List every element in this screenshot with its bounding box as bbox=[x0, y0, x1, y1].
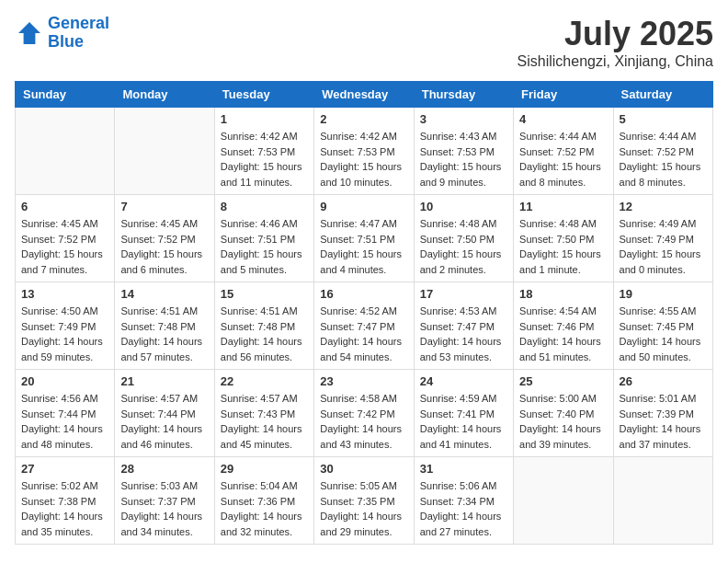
sunset: Sunset: 7:51 PM bbox=[221, 234, 295, 245]
calendar-cell: 17 Sunrise: 4:53 AM Sunset: 7:47 PM Dayl… bbox=[414, 282, 513, 370]
day-info: Sunrise: 4:59 AM Sunset: 7:41 PM Dayligh… bbox=[420, 391, 507, 452]
sunset: Sunset: 7:52 PM bbox=[120, 234, 195, 245]
day-info: Sunrise: 4:43 AM Sunset: 7:53 PM Dayligh… bbox=[420, 129, 507, 190]
day-number: 15 bbox=[221, 287, 308, 301]
sunrise: Sunrise: 4:44 AM bbox=[519, 131, 597, 142]
calendar-cell: 2 Sunrise: 4:42 AM Sunset: 7:53 PM Dayli… bbox=[314, 108, 414, 195]
sunset: Sunset: 7:42 PM bbox=[320, 408, 394, 419]
sunset: Sunset: 7:52 PM bbox=[620, 146, 694, 157]
day-number: 13 bbox=[21, 287, 108, 301]
sunset: Sunset: 7:35 PM bbox=[320, 496, 394, 507]
calendar-cell: 28 Sunrise: 5:03 AM Sunset: 7:37 PM Dayl… bbox=[115, 457, 214, 545]
sunrise: Sunrise: 5:06 AM bbox=[420, 480, 497, 491]
day-info: Sunrise: 4:42 AM Sunset: 7:53 PM Dayligh… bbox=[320, 129, 407, 190]
day-number: 2 bbox=[320, 112, 407, 126]
calendar-cell: 3 Sunrise: 4:43 AM Sunset: 7:53 PM Dayli… bbox=[414, 108, 513, 195]
day-info: Sunrise: 4:47 AM Sunset: 7:51 PM Dayligh… bbox=[320, 216, 407, 277]
sunrise: Sunrise: 4:51 AM bbox=[221, 305, 298, 316]
day-info: Sunrise: 4:51 AM Sunset: 7:48 PM Dayligh… bbox=[221, 304, 308, 364]
calendar-cell: 26 Sunrise: 5:01 AM Sunset: 7:39 PM Dayl… bbox=[613, 370, 712, 457]
sunrise: Sunrise: 4:58 AM bbox=[320, 393, 397, 404]
sunset: Sunset: 7:50 PM bbox=[519, 234, 594, 245]
sunrise: Sunrise: 4:51 AM bbox=[120, 305, 198, 316]
sunrise: Sunrise: 4:47 AM bbox=[320, 218, 397, 229]
day-info: Sunrise: 5:00 AM Sunset: 7:40 PM Dayligh… bbox=[519, 391, 607, 452]
daylight: Daylight: 14 hours and 34 minutes. bbox=[120, 511, 202, 537]
calendar-cell: 11 Sunrise: 4:48 AM Sunset: 7:50 PM Dayl… bbox=[514, 195, 613, 282]
calendar-cell: 13 Sunrise: 4:50 AM Sunset: 7:49 PM Dayl… bbox=[16, 282, 115, 370]
calendar-cell: 21 Sunrise: 4:57 AM Sunset: 7:44 PM Dayl… bbox=[115, 370, 214, 457]
daylight: Daylight: 14 hours and 59 minutes. bbox=[21, 336, 103, 362]
day-number: 29 bbox=[221, 462, 308, 476]
daylight: Daylight: 15 hours and 0 minutes. bbox=[620, 248, 701, 275]
calendar-cell: 18 Sunrise: 4:54 AM Sunset: 7:46 PM Dayl… bbox=[514, 282, 613, 370]
day-number: 7 bbox=[120, 200, 208, 213]
calendar-cell: 7 Sunrise: 4:45 AM Sunset: 7:52 PM Dayli… bbox=[115, 195, 214, 282]
day-number: 14 bbox=[120, 287, 208, 301]
sunrise: Sunrise: 4:56 AM bbox=[21, 393, 98, 404]
day-number: 11 bbox=[519, 200, 607, 213]
sunrise: Sunrise: 5:01 AM bbox=[620, 393, 697, 404]
logo: General Blue bbox=[15, 15, 109, 52]
day-info: Sunrise: 4:48 AM Sunset: 7:50 PM Dayligh… bbox=[519, 216, 607, 277]
calendar-cell: 23 Sunrise: 4:58 AM Sunset: 7:42 PM Dayl… bbox=[314, 370, 414, 457]
daylight: Daylight: 14 hours and 39 minutes. bbox=[519, 423, 601, 450]
day-info: Sunrise: 4:44 AM Sunset: 7:52 PM Dayligh… bbox=[620, 129, 707, 190]
title-block: July 2025 Sishilichengzi, Xinjiang, Chin… bbox=[518, 15, 713, 70]
day-number: 6 bbox=[21, 200, 108, 213]
daylight: Daylight: 14 hours and 56 minutes. bbox=[221, 336, 302, 362]
weekday-header-row: SundayMondayTuesdayWednesdayThursdayFrid… bbox=[16, 82, 713, 108]
day-info: Sunrise: 5:02 AM Sunset: 7:38 PM Dayligh… bbox=[21, 478, 108, 539]
sunrise: Sunrise: 4:46 AM bbox=[221, 218, 298, 229]
sunset: Sunset: 7:48 PM bbox=[120, 321, 195, 332]
day-info: Sunrise: 4:58 AM Sunset: 7:42 PM Dayligh… bbox=[320, 391, 407, 452]
day-number: 17 bbox=[420, 287, 507, 301]
day-info: Sunrise: 4:56 AM Sunset: 7:44 PM Dayligh… bbox=[21, 391, 108, 452]
daylight: Daylight: 14 hours and 41 minutes. bbox=[420, 423, 502, 450]
daylight: Daylight: 15 hours and 9 minutes. bbox=[420, 161, 502, 188]
sunrise: Sunrise: 4:43 AM bbox=[420, 131, 497, 142]
daylight: Daylight: 15 hours and 6 minutes. bbox=[120, 248, 202, 275]
day-number: 30 bbox=[320, 462, 407, 476]
weekday-header-saturday: Saturday bbox=[613, 82, 712, 108]
calendar-week-1: 1 Sunrise: 4:42 AM Sunset: 7:53 PM Dayli… bbox=[16, 108, 713, 195]
sunrise: Sunrise: 5:03 AM bbox=[120, 480, 198, 491]
daylight: Daylight: 15 hours and 7 minutes. bbox=[21, 248, 103, 275]
sunset: Sunset: 7:48 PM bbox=[221, 321, 295, 332]
sunset: Sunset: 7:39 PM bbox=[620, 408, 694, 419]
day-number: 10 bbox=[420, 200, 507, 213]
weekday-header-thursday: Thursday bbox=[414, 82, 513, 108]
day-info: Sunrise: 4:57 AM Sunset: 7:44 PM Dayligh… bbox=[120, 391, 208, 452]
sunset: Sunset: 7:36 PM bbox=[221, 496, 295, 507]
daylight: Daylight: 14 hours and 35 minutes. bbox=[21, 511, 103, 537]
daylight: Daylight: 15 hours and 11 minutes. bbox=[221, 161, 302, 188]
day-number: 18 bbox=[519, 287, 607, 301]
day-number: 23 bbox=[320, 374, 407, 388]
calendar-cell: 25 Sunrise: 5:00 AM Sunset: 7:40 PM Dayl… bbox=[514, 370, 613, 457]
calendar-cell: 8 Sunrise: 4:46 AM Sunset: 7:51 PM Dayli… bbox=[214, 195, 313, 282]
calendar-cell: 5 Sunrise: 4:44 AM Sunset: 7:52 PM Dayli… bbox=[613, 108, 712, 195]
calendar-cell: 31 Sunrise: 5:06 AM Sunset: 7:34 PM Dayl… bbox=[414, 457, 513, 545]
calendar-cell bbox=[514, 457, 613, 545]
day-info: Sunrise: 4:57 AM Sunset: 7:43 PM Dayligh… bbox=[221, 391, 308, 452]
sunrise: Sunrise: 4:52 AM bbox=[320, 305, 397, 316]
calendar-week-5: 27 Sunrise: 5:02 AM Sunset: 7:38 PM Dayl… bbox=[16, 457, 713, 545]
day-number: 26 bbox=[620, 374, 707, 388]
daylight: Daylight: 14 hours and 27 minutes. bbox=[420, 511, 502, 537]
sunset: Sunset: 7:53 PM bbox=[221, 146, 295, 157]
calendar-cell: 4 Sunrise: 4:44 AM Sunset: 7:52 PM Dayli… bbox=[514, 108, 613, 195]
day-info: Sunrise: 5:06 AM Sunset: 7:34 PM Dayligh… bbox=[420, 478, 507, 539]
sunrise: Sunrise: 4:42 AM bbox=[320, 131, 397, 142]
sunset: Sunset: 7:53 PM bbox=[420, 146, 495, 157]
sunrise: Sunrise: 4:57 AM bbox=[221, 393, 298, 404]
daylight: Daylight: 15 hours and 8 minutes. bbox=[519, 161, 601, 188]
weekday-header-wednesday: Wednesday bbox=[314, 82, 414, 108]
calendar-cell: 1 Sunrise: 4:42 AM Sunset: 7:53 PM Dayli… bbox=[214, 108, 313, 195]
calendar-cell: 20 Sunrise: 4:56 AM Sunset: 7:44 PM Dayl… bbox=[16, 370, 115, 457]
day-info: Sunrise: 4:46 AM Sunset: 7:51 PM Dayligh… bbox=[221, 216, 308, 277]
day-number: 3 bbox=[420, 112, 507, 126]
daylight: Daylight: 14 hours and 51 minutes. bbox=[519, 336, 601, 362]
daylight: Daylight: 15 hours and 10 minutes. bbox=[320, 161, 402, 188]
sunrise: Sunrise: 4:49 AM bbox=[620, 218, 697, 229]
sunrise: Sunrise: 5:04 AM bbox=[221, 480, 298, 491]
